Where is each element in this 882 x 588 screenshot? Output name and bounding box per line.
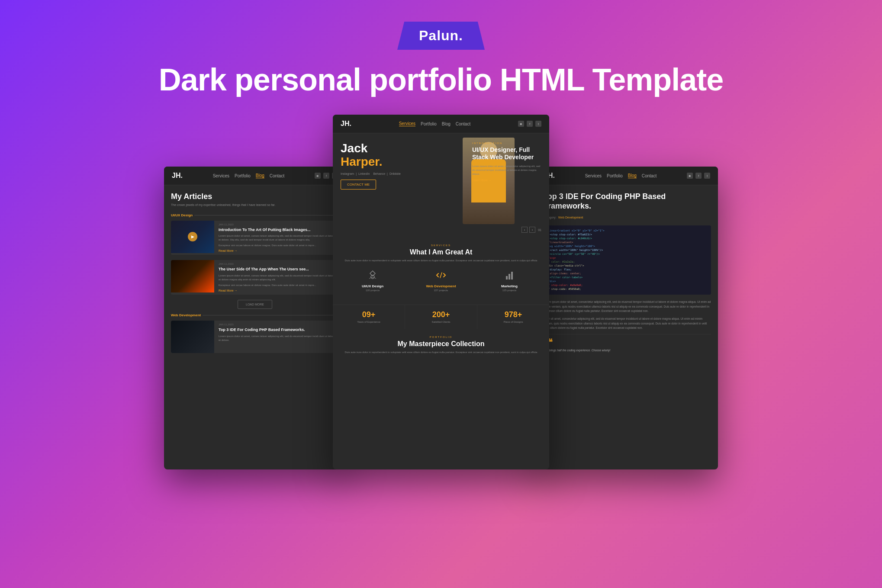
uiux-name: UI/UX Design <box>341 284 405 288</box>
learn-more-link[interactable]: Learn More → <box>472 179 541 182</box>
article-thumb-2 <box>171 260 214 292</box>
next-arrow[interactable]: › <box>529 227 535 233</box>
intro-panel: INTRODUCTION UI/UX Designer, Full Stack … <box>472 142 541 182</box>
play-button-1[interactable]: ▶ <box>188 232 197 241</box>
left-nav-contact[interactable]: Contact <box>270 174 284 178</box>
social-instagram[interactable]: Instagram <box>341 172 354 175</box>
code-line-16: // stop-code: #5050a0; <box>547 287 708 290</box>
article-info-3: JAN 11,2023 Top 3 IDE For Coding PHP Bas… <box>219 321 339 353</box>
services-description: Duis aute irure dolor in reprehenderit i… <box>341 259 541 263</box>
social-icon-2[interactable]: f <box>323 173 329 179</box>
article-text-2: Lorem ipsum dolor sit amet, consec tetue… <box>219 274 335 282</box>
code-line-11: display: flex; <box>547 268 708 271</box>
services-title: What I Am Great At <box>341 248 541 256</box>
right-nav-portfolio[interactable]: Portfolio <box>607 174 623 178</box>
code-image: <linearGradient x1="0" y1="0" x2="1"> <s… <box>543 225 711 295</box>
prev-arrow[interactable]: ‹ <box>521 227 528 233</box>
marketing-name: Marketing <box>477 284 541 288</box>
blog-article-title: Top 3 IDE For Coding PHP Based Framework… <box>543 192 711 211</box>
uiux-count: 120 projects <box>341 289 405 292</box>
article-title-2: The User Side Of The App When The Users … <box>219 267 335 272</box>
article-date-3: JAN 11,2023 <box>219 323 335 326</box>
left-nav-links: Services Portfolio Blog Contact <box>213 173 285 178</box>
code-line-13: <filter color-labels> <box>547 276 708 279</box>
social-dribbble[interactable]: Dribbble <box>389 172 401 175</box>
svg-rect-2 <box>509 274 510 280</box>
quote-mark: ❝❝ <box>543 338 711 347</box>
article-card-1[interactable]: ▶ JAN 11,2023 Introduction To The Art Of… <box>171 221 339 255</box>
center-nav-portfolio[interactable]: Portfolio <box>421 122 437 126</box>
right-social-3[interactable]: t <box>704 173 710 179</box>
service-marketing: Marketing 125 projects <box>477 269 541 292</box>
article-title-3: Top 3 IDE For Coding PHP Based Framework… <box>219 328 335 333</box>
right-social-2[interactable]: f <box>695 173 702 179</box>
social-behance[interactable]: Behance <box>373 172 385 175</box>
service-webdev: Web Development 227 projects <box>409 269 473 292</box>
center-nav-blog[interactable]: Blog <box>442 122 451 126</box>
social-sep1: | <box>356 172 357 175</box>
code-line-2: <stop stop-color: #f5a623/> <box>547 233 708 236</box>
center-nav-services[interactable]: Services <box>399 121 415 126</box>
article-card-2[interactable]: JAN 11,2023 The User Side Of The App Whe… <box>171 260 339 295</box>
left-nav-portfolio[interactable]: Portfolio <box>235 174 251 178</box>
social-linkedin[interactable]: LinkedIn <box>358 172 370 175</box>
left-nav-blog[interactable]: Blog <box>256 173 264 178</box>
blog-body-1: Lorem ipsum dolor sit amet, consectetur … <box>543 300 711 313</box>
social-sep2: | <box>387 172 388 175</box>
right-social-1[interactable]: ■ <box>687 173 693 179</box>
code-line-10: <div class="media-ctrl"> <box>547 264 708 267</box>
svg-rect-1 <box>506 276 508 280</box>
left-nav-services[interactable]: Services <box>213 174 229 178</box>
center-social-2[interactable]: f <box>527 121 533 127</box>
center-social-3[interactable]: t <box>535 121 541 127</box>
code-line-9: // color: #2a2a2a; <box>547 260 708 263</box>
read-more-2[interactable]: Read More → <box>219 289 335 292</box>
left-navbar: JH. Services Portfolio Blog Contact ■ f … <box>164 167 346 185</box>
portfolio-section: PORTFOLIO My Masterpiece Collection Duis… <box>333 329 549 367</box>
code-line-8: </svg> <box>547 256 708 259</box>
load-more-button[interactable]: LOAD MORE <box>238 300 272 309</box>
stat-clients-number: 200+ <box>409 310 473 319</box>
article-thumb-1: ▶ <box>171 221 214 253</box>
right-nav-services[interactable]: Services <box>585 174 602 178</box>
webdev-count: 227 projects <box>409 289 473 292</box>
article-excerpt-2: Excepteur sint occae labore et dolore ma… <box>219 283 335 287</box>
article-info-1: JAN 11,2023 Introduction To The Art Of P… <box>219 221 339 255</box>
left-mockup: JH. Services Portfolio Blog Contact ■ f … <box>164 167 346 469</box>
code-line-4: </linearGradient> <box>547 241 708 244</box>
screenshots-container: JH. Services Portfolio Blog Contact ■ f … <box>0 115 882 469</box>
code-line-14: </div> <box>547 280 708 283</box>
contact-me-button[interactable]: CONTACT ME <box>341 180 376 190</box>
service-uiux: UI/UX Design 120 projects <box>341 269 405 292</box>
services-section: SERVICES What I Am Great At Duis aute ir… <box>333 237 549 305</box>
center-logo: JH. <box>341 120 351 128</box>
svg-rect-3 <box>511 272 513 280</box>
center-social-1[interactable]: ■ <box>518 121 524 127</box>
marketing-icon <box>503 269 516 282</box>
header: Palun. Dark personal portfolio HTML Temp… <box>159 0 724 97</box>
article-card-3[interactable]: JAN 11,2023 Top 3 IDE For Coding PHP Bas… <box>171 321 339 353</box>
stat-experience-number: 09+ <box>336 310 401 319</box>
webdev-name: Web Development <box>409 284 473 288</box>
right-mockup: JH. Services Portfolio Blog Contact ■ f … <box>536 167 718 469</box>
center-mockup: JH. Services Portfolio Blog Contact ■ f … <box>333 115 549 469</box>
intro-label: INTRODUCTION <box>472 142 541 145</box>
blog-category: Category: Web Development <box>543 212 711 220</box>
social-icon-1[interactable]: ■ <box>315 173 321 179</box>
right-nav-contact[interactable]: Contact <box>642 174 657 178</box>
right-content: Top 3 IDE For Coding PHP Based Framework… <box>536 185 718 363</box>
portfolio-label: PORTFOLIO <box>341 336 541 338</box>
left-logo: JH. <box>172 172 183 180</box>
portfolio-title: My Masterpiece Collection <box>341 340 541 348</box>
article-thumb-3 <box>171 321 214 353</box>
code-line-1: <linearGradient x1="0" y1="0" x2="1"> <box>547 229 708 232</box>
center-nav-contact[interactable]: Contact <box>456 122 470 126</box>
intro-title: UI/UX Designer, Full Stack Web Developer <box>472 146 541 161</box>
read-more-1[interactable]: Read More → <box>219 249 335 252</box>
article-info-2: JAN 11,2023 The User Side Of The App Whe… <box>219 260 339 295</box>
stat-designs-number: 978+ <box>481 310 546 319</box>
category-webdev: Web Development <box>171 313 339 317</box>
right-nav-blog[interactable]: Blog <box>628 173 637 178</box>
left-page-title: My Articles <box>171 192 339 201</box>
webdev-icon <box>435 269 447 282</box>
